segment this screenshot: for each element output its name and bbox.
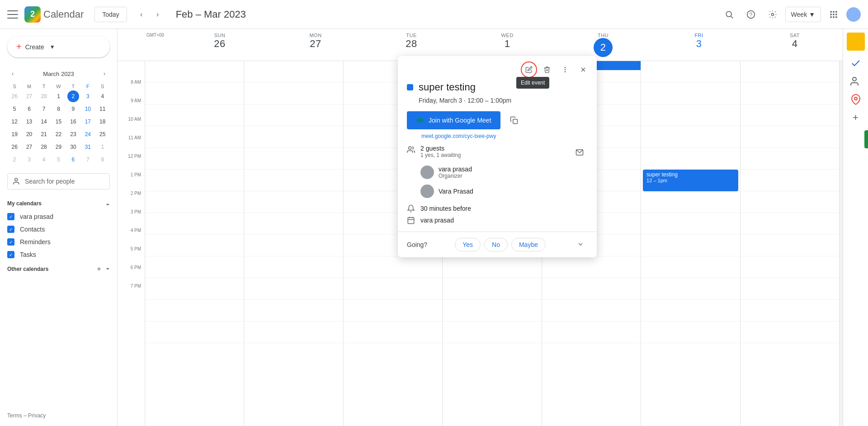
mini-day[interactable]: 28 [38,90,50,102]
mini-day[interactable]: 8 [97,154,108,166]
today-button[interactable]: Today [94,7,127,22]
mini-cal-prev[interactable]: ‹ [7,68,18,79]
my-calendars-header[interactable]: My calendars ⌄ [0,197,117,210]
mini-day[interactable]: 7 [38,103,50,115]
search-button[interactable] [720,5,738,24]
mini-day[interactable]: 17 [82,116,94,128]
reminders-checkbox[interactable]: ✓ [7,238,14,246]
maybe-button[interactable]: Maybe [511,238,546,251]
day-header-fri[interactable]: FRI 3 [651,29,747,61]
mini-day[interactable]: 4 [38,154,50,166]
contacts-checkbox[interactable]: ✓ [7,226,14,233]
mini-day[interactable]: 31 [82,141,94,153]
mini-day[interactable]: 26 [9,141,20,153]
mini-day[interactable]: 1 [97,141,108,153]
mini-day[interactable]: 22 [52,128,64,140]
right-panel-location-icon[interactable] [850,94,861,105]
calendar-item-tasks[interactable]: ✓ Tasks [0,248,117,261]
right-panel-people-icon[interactable] [850,76,861,87]
right-panel-check-icon[interactable] [850,58,861,69]
mini-day[interactable]: 6 [24,103,35,115]
day-header-t2: T [66,83,80,90]
edit-event-button[interactable] [521,62,537,78]
mini-day-today[interactable]: 2 [67,90,79,102]
mini-day[interactable]: 28 [38,141,50,153]
mini-day[interactable]: 7 [82,154,94,166]
mini-day[interactable]: 24 [82,128,94,140]
mini-day[interactable]: 2 [9,154,20,166]
mini-day[interactable]: 16 [67,116,79,128]
svg-rect-7 [835,11,837,12]
chevron-down-icon: ▼ [50,44,55,50]
prev-arrow[interactable]: ‹ [134,7,149,22]
email-guests-button[interactable] [571,145,588,161]
mini-day[interactable]: 27 [24,141,35,153]
settings-button[interactable] [764,5,782,24]
day-col-sun[interactable] [145,61,244,426]
mini-day[interactable]: 4 [97,90,108,102]
yes-button[interactable]: Yes [455,238,481,251]
join-meet-button[interactable]: Join with Google Meet [407,111,500,129]
mini-day[interactable]: 5 [9,103,20,115]
close-popup-button[interactable] [575,62,591,78]
mini-day[interactable]: 18 [97,116,108,128]
mini-day[interactable]: 1 [52,90,64,102]
day-col-fri[interactable]: super testing 12 – 1pm [641,61,740,426]
mini-day[interactable]: 11 [97,103,108,115]
tasks-checkbox[interactable]: ✓ [7,251,14,258]
help-button[interactable]: ? [742,5,760,24]
mini-day[interactable]: 5 [52,154,64,166]
no-button[interactable]: No [484,238,508,251]
vara-checkbox[interactable]: ✓ [7,213,14,220]
delete-event-button[interactable] [539,62,555,78]
mini-day[interactable]: 8 [52,103,64,115]
view-selector[interactable]: Week ▼ [785,7,821,22]
mini-day[interactable]: 15 [52,116,64,128]
fri-event[interactable]: super testing 12 – 1pm [643,170,738,191]
mini-day[interactable]: 20 [24,128,35,140]
mini-day[interactable]: 30 [67,141,79,153]
add-event-button[interactable]: + [850,112,861,123]
wed-label: WED [501,33,513,38]
going-expand-button[interactable] [573,237,588,252]
user-avatar[interactable] [846,7,861,22]
scrollbar[interactable] [839,61,843,426]
mini-day[interactable]: 29 [52,141,64,153]
meet-link[interactable]: meet.google.com/cyc-txee-pwy [421,133,588,139]
calendar-item-reminders[interactable]: ✓ Reminders [0,236,117,248]
day-header-sat[interactable]: SAT 4 [747,29,843,61]
day-header-mon[interactable]: MON 27 [268,29,363,61]
mini-day[interactable]: 27 [24,90,35,102]
create-button[interactable]: + Create ▼ [7,36,110,57]
next-arrow[interactable]: › [151,7,165,22]
copy-link-button[interactable] [506,112,522,128]
calendar-item-contacts[interactable]: ✓ Contacts [0,223,117,236]
right-panel-icon-1[interactable] [847,33,865,51]
mini-day[interactable]: 21 [38,128,50,140]
day-header-sun[interactable]: SUN 26 [172,29,268,61]
mini-day[interactable]: 14 [38,116,50,128]
search-people[interactable]: Search for people [7,173,110,189]
hamburger-menu[interactable] [7,9,18,20]
mini-day[interactable]: 23 [67,128,79,140]
mini-day[interactable]: 6 [67,154,79,166]
mini-day[interactable]: 25 [97,128,108,140]
day-col-mon[interactable] [244,61,343,426]
day-col-sat[interactable] [740,61,839,426]
mini-day[interactable]: 19 [9,128,20,140]
calendar-item-vara[interactable]: ✓ vara prasad [0,210,117,223]
mini-day[interactable]: 10 [82,103,94,115]
mini-day[interactable]: 3 [82,90,94,102]
mini-day[interactable]: 13 [24,116,35,128]
mini-cal-next[interactable]: › [99,68,110,79]
more-options-button[interactable] [557,62,573,78]
apps-button[interactable] [825,5,843,24]
mini-day[interactable]: 3 [24,154,35,166]
terms-link[interactable]: Terms [7,412,22,419]
other-calendars-add-button[interactable]: + [94,265,104,274]
mini-day[interactable]: 26 [9,90,20,102]
other-calendars-header[interactable]: Other calendars + ⌄ [0,261,117,277]
mini-day[interactable]: 12 [9,116,20,128]
mini-day[interactable]: 9 [67,103,79,115]
privacy-link[interactable]: Privacy [28,412,46,419]
